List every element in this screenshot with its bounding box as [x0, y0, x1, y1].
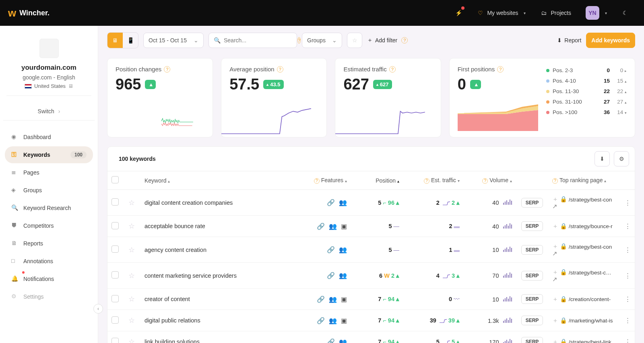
serp-button[interactable]: SERP [521, 271, 543, 281]
position-range-row[interactable]: Pos. 31-100 27 27 ▴ [546, 99, 627, 105]
row-checkbox[interactable] [111, 271, 119, 279]
row-menu-button[interactable]: ⋮ [625, 200, 631, 206]
plus-icon[interactable]: ＋ [552, 269, 558, 275]
help-icon[interactable]: ? [401, 37, 408, 44]
page-link[interactable]: /marketing/what-is [569, 318, 613, 324]
table-row[interactable]: ☆ agency content creation 🔗 👥 5 — 1 ▬ 10… [107, 237, 635, 263]
serp-button[interactable]: SERP [521, 316, 543, 325]
help-icon[interactable]: ? [389, 66, 396, 73]
table-row[interactable]: ☆ creator of content 🔗 👥 ▣ 7 ⌐ 94 ▴ 0 〰 … [107, 289, 635, 310]
row-menu-button[interactable]: ⋮ [625, 296, 631, 302]
collapse-sidebar-button[interactable]: ‹ [93, 304, 103, 314]
page-link[interactable]: /strategy/best-link [569, 339, 611, 343]
row-checkbox[interactable] [111, 222, 119, 229]
logo[interactable]: w Wincher. [8, 7, 50, 19]
user-menu[interactable]: YN [578, 0, 614, 26]
row-checkbox[interactable] [111, 198, 119, 206]
device-mobile-button[interactable]: 📱 [123, 33, 138, 48]
help-icon[interactable]: ? [497, 66, 504, 73]
row-menu-button[interactable]: ⋮ [625, 317, 631, 324]
page-link[interactable]: /strategy/best-con agencies [569, 270, 613, 276]
plus-icon[interactable]: ＋ [552, 196, 558, 202]
table-row[interactable]: ☆ acceptable bounce rate 🔗 👥 ▣ 5 — 2 ▬ 4… [107, 216, 635, 237]
position-range-row[interactable]: Pos. 2-3 0 0 ▸ [546, 67, 627, 73]
table-row[interactable]: ☆ digital content creation companies 🔗 👥… [107, 190, 635, 216]
page-link[interactable]: /strategy/best-con [569, 197, 612, 203]
groups-filter[interactable]: Groups ⌄ [302, 33, 342, 48]
external-link-icon[interactable]: ↗ [552, 203, 557, 210]
table-row[interactable]: ☆ content marketing service providers 🔗 … [107, 263, 635, 289]
row-checkbox[interactable] [111, 316, 119, 324]
row-menu-button[interactable]: ⋮ [625, 272, 631, 279]
star-icon[interactable]: ☆ [128, 338, 135, 343]
nav-dashboard[interactable]: ◉Dashboard [5, 129, 93, 146]
serp-button[interactable]: SERP [521, 221, 543, 231]
nav-keywords[interactable]: ⚿Keywords100 [5, 146, 93, 163]
search-input-wrap[interactable]: 🔍 ? [208, 33, 297, 48]
row-checkbox[interactable] [111, 295, 119, 302]
report-button[interactable]: ⬇ Report [557, 37, 581, 44]
row-checkbox[interactable] [111, 245, 119, 253]
projects-menu[interactable]: 🗂 Projects [533, 0, 578, 26]
nav-groups[interactable]: ◈Groups [5, 182, 93, 199]
star-icon[interactable]: ☆ [128, 295, 135, 303]
serp-button[interactable]: SERP [521, 198, 543, 208]
star-icon[interactable]: ☆ [128, 316, 135, 324]
help-icon[interactable]: ? [277, 66, 283, 73]
page-link[interactable]: /creation/content- [569, 296, 611, 302]
star-icon[interactable]: ☆ [128, 272, 135, 280]
device-desktop-button[interactable]: 🖥 [107, 33, 123, 48]
table-row[interactable]: ☆ link building solutions 🔗 👥 7 ⌐ 94 ▴ 5… [107, 331, 635, 343]
search-input[interactable] [224, 37, 294, 44]
tab-keywords[interactable]: 100 keywords [110, 148, 165, 169]
nav-annotations[interactable]: □Annotations [5, 253, 93, 270]
add-keywords-button[interactable]: Add keywords [586, 33, 635, 48]
col-keyword[interactable]: Keyword▴ [140, 171, 307, 190]
daterange-picker[interactable]: Oct 15 - Oct 15 ⌄ [143, 33, 204, 48]
row-menu-button[interactable]: ⋮ [625, 247, 631, 253]
nav-keyword-research[interactable]: 🔍Keyword Research [5, 200, 93, 216]
nav-competitors[interactable]: ⛊Competitors [5, 217, 93, 234]
table-settings-button[interactable]: ⚙ [614, 151, 629, 166]
star-icon[interactable]: ☆ [128, 246, 135, 254]
my-websites-menu[interactable]: ♡ My websites [469, 0, 533, 26]
plus-icon[interactable]: ＋ [552, 243, 558, 249]
page-link[interactable]: /strategy/best-con [569, 244, 612, 250]
page-link[interactable]: /strategy/bounce-r [569, 223, 613, 229]
flash-button[interactable]: ⚡ [448, 0, 469, 26]
help-icon[interactable]: ? [164, 66, 170, 73]
star-icon[interactable]: ☆ [128, 222, 135, 230]
col-volume[interactable]: ?Volume▴ [464, 171, 516, 190]
col-top-page[interactable]: ?Top ranking page▴ [548, 171, 621, 190]
position-range-row[interactable]: Pos. 4-10 15 15 ▴ [546, 78, 627, 84]
row-checkbox[interactable] [111, 338, 119, 343]
row-menu-button[interactable]: ⋮ [625, 223, 631, 229]
serp-button[interactable]: SERP [521, 294, 543, 304]
plus-icon[interactable]: ＋ [552, 339, 558, 343]
col-est-traffic[interactable]: ?Est. traffic▾ [403, 171, 464, 190]
help-icon[interactable]: ? [297, 37, 301, 44]
col-features[interactable]: ?Features▴ [307, 171, 351, 190]
table-row[interactable]: ☆ digital public relations 🔗 👥 ▣ 7 ⌐ 94 … [107, 310, 635, 331]
plus-icon[interactable]: ＋ [552, 317, 558, 324]
nav-notifications[interactable]: 🔔Notifications [5, 270, 93, 287]
external-link-icon[interactable]: ↗ [552, 250, 557, 257]
plus-icon[interactable]: ＋ [552, 296, 558, 302]
col-position[interactable]: Position▴ [351, 171, 403, 190]
nav-pages[interactable]: ≣Pages [5, 164, 93, 181]
serp-button[interactable]: SERP [521, 245, 543, 255]
position-range-row[interactable]: Pos. 11-30 22 22 ▴ [546, 88, 627, 94]
nav-settings[interactable]: ⚙Settings [5, 288, 93, 305]
external-link-icon[interactable]: ↗ [552, 276, 557, 283]
plus-icon[interactable]: ＋ [552, 223, 558, 229]
nav-reports[interactable]: 🗎Reports [5, 235, 93, 252]
star-filter-button[interactable]: ☆ [347, 33, 362, 48]
row-menu-button[interactable]: ⋮ [625, 339, 631, 343]
position-range-row[interactable]: Pos. >100 36 14 ▾ [546, 109, 627, 115]
select-all-checkbox[interactable] [111, 176, 119, 183]
export-button[interactable]: ⬇ [594, 151, 610, 166]
star-icon[interactable]: ☆ [128, 199, 135, 207]
switch-site-link[interactable]: Switch › [3, 102, 95, 121]
theme-toggle[interactable]: ☾ [614, 0, 636, 26]
add-filter-button[interactable]: ＋ Add filter ? [367, 37, 408, 44]
